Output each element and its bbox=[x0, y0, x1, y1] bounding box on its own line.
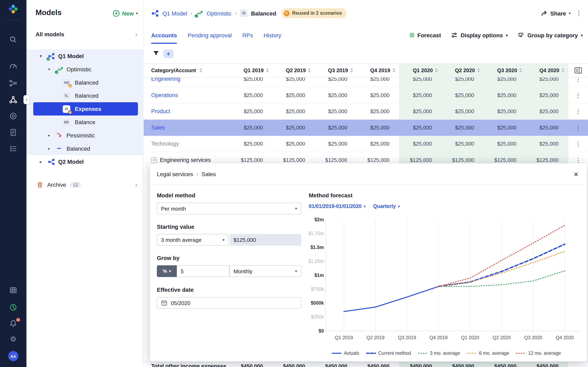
value-cell[interactable]: $25,000 bbox=[315, 87, 357, 103]
value-cell[interactable]: $25,000 bbox=[442, 103, 484, 119]
panel-breadcrumb-parent[interactable]: Legal services bbox=[157, 171, 193, 177]
tree-item-pessimistic[interactable]: ▸ Pessimistic bbox=[26, 129, 143, 142]
value-cell[interactable]: $25,000 bbox=[526, 120, 568, 136]
sort-icon[interactable] bbox=[561, 68, 565, 73]
value-cell[interactable]: $25,000 bbox=[484, 103, 526, 119]
row-menu-icon[interactable]: ⋮ bbox=[575, 156, 581, 164]
group-by-button[interactable]: Group by category ▾ bbox=[518, 32, 583, 38]
breadcrumb-q1-model[interactable]: Q1 Model bbox=[163, 10, 187, 16]
account-name[interactable]: Product bbox=[151, 108, 170, 114]
value-cell[interactable]: $25,000 bbox=[357, 87, 399, 103]
columns-settings-icon[interactable] bbox=[575, 67, 582, 73]
grow-value-input[interactable] bbox=[177, 265, 229, 277]
sort-icon[interactable] bbox=[435, 68, 438, 73]
value-cell[interactable]: $25,000 bbox=[231, 136, 273, 152]
value-cell[interactable]: $25,000 bbox=[442, 136, 484, 152]
value-cell[interactable]: $25,000 bbox=[273, 120, 315, 136]
display-options-button[interactable]: Display options ▾ bbox=[451, 32, 508, 38]
tree-item-expenses-selected[interactable]: IS↻ Expenses bbox=[33, 102, 138, 116]
value-cell[interactable]: $25,000 bbox=[399, 120, 442, 136]
value-cell[interactable]: $25,000 bbox=[357, 120, 399, 136]
tab-rps[interactable]: RPs bbox=[242, 26, 253, 44]
value-cell[interactable]: $25,000 bbox=[442, 77, 484, 87]
reports-list-icon[interactable] bbox=[9, 145, 17, 153]
value-cell[interactable]: $25,000 bbox=[273, 103, 315, 119]
tab-history[interactable]: History bbox=[264, 26, 281, 44]
all-models-item[interactable]: All models › bbox=[26, 28, 143, 40]
row-menu-icon[interactable]: ⋮ bbox=[575, 124, 581, 131]
tree-item-balanced[interactable]: ▸ Balanced bbox=[26, 142, 143, 155]
models-icon[interactable] bbox=[9, 95, 17, 104]
value-cell[interactable]: $25,000 bbox=[315, 136, 357, 152]
settings-gear-icon[interactable]: ⚙ bbox=[10, 336, 17, 343]
sort-icon[interactable] bbox=[477, 68, 480, 73]
model-method-select[interactable]: Per month▾ bbox=[157, 203, 301, 214]
account-name[interactable]: Operations bbox=[151, 92, 178, 98]
value-cell[interactable]: $25,000 bbox=[273, 136, 315, 152]
column-header[interactable]: Q3 2019 bbox=[315, 64, 357, 77]
sort-icon[interactable] bbox=[308, 68, 311, 73]
avatar[interactable]: AA bbox=[8, 351, 18, 361]
column-header[interactable]: Q1 2019 bbox=[231, 64, 273, 77]
row-menu-icon[interactable]: ⋮ bbox=[575, 92, 581, 99]
row-menu-icon[interactable]: ⋮ bbox=[575, 108, 581, 115]
value-cell[interactable]: $25,000 bbox=[357, 136, 399, 152]
expand-icon[interactable]: + bbox=[151, 157, 157, 163]
value-cell[interactable]: $25,000 bbox=[357, 103, 399, 119]
value-cell[interactable]: $25,000 bbox=[231, 87, 273, 103]
row-menu-icon[interactable]: ⋮ bbox=[575, 77, 581, 82]
app-logo-icon[interactable] bbox=[8, 4, 18, 14]
sort-icon[interactable] bbox=[350, 68, 354, 73]
filter-funnel-icon[interactable] bbox=[153, 50, 159, 57]
documents-icon[interactable] bbox=[9, 128, 17, 137]
close-icon[interactable]: ✕ bbox=[573, 171, 579, 178]
sort-icon[interactable] bbox=[519, 68, 522, 73]
sort-icon[interactable] bbox=[199, 68, 203, 73]
breadcrumb-optimistic[interactable]: Optimistic bbox=[207, 10, 232, 16]
value-cell[interactable]: $25,000 bbox=[231, 120, 273, 136]
sidebar-collapse-button[interactable]: ‹ bbox=[24, 95, 30, 104]
category-account-header[interactable]: Category/Account bbox=[151, 67, 196, 73]
integrations-icon[interactable] bbox=[9, 79, 17, 88]
column-header[interactable]: Q1 2020 bbox=[399, 64, 442, 77]
value-cell[interactable]: $25,000 bbox=[399, 77, 442, 87]
chevron-down-icon[interactable]: ▾ bbox=[38, 54, 44, 58]
row-menu-icon[interactable]: ⋮ bbox=[575, 140, 581, 147]
account-name[interactable]: Sales bbox=[151, 125, 165, 131]
account-name[interactable]: Technology bbox=[151, 141, 179, 147]
share-button[interactable]: Share ▾ bbox=[541, 0, 571, 26]
value-cell[interactable]: $25,000 bbox=[484, 136, 526, 152]
legend-item[interactable]: 12 mo. average bbox=[516, 351, 561, 356]
value-cell[interactable]: $25,000 bbox=[357, 77, 399, 87]
archive-item[interactable]: Archive 12 › bbox=[26, 178, 143, 192]
account-name[interactable]: Engineering bbox=[151, 77, 180, 82]
value-cell[interactable]: $25,000 bbox=[399, 87, 442, 103]
notifications-bell-icon[interactable]: 12 bbox=[9, 319, 17, 328]
column-header[interactable]: Q4 2020 bbox=[526, 64, 568, 77]
value-cell[interactable]: $25,000 bbox=[273, 87, 315, 103]
chevron-right-icon[interactable]: ▸ bbox=[46, 133, 52, 137]
tree-item-balance-bs[interactable]: BS Balance bbox=[26, 115, 143, 129]
tree-item-balanced-tl[interactable]: TL Balanced bbox=[26, 89, 143, 102]
column-header[interactable]: Q3 2020 bbox=[484, 64, 526, 77]
value-cell[interactable]: $25,000 bbox=[315, 77, 357, 87]
tree-item-q1-model[interactable]: ▾ ✓ Q1 Model bbox=[26, 49, 143, 63]
column-header[interactable]: Q4 2019 bbox=[357, 64, 399, 77]
value-cell[interactable]: $25,000 bbox=[315, 120, 357, 136]
value-cell[interactable]: $25,000 bbox=[526, 87, 568, 103]
effective-date-input[interactable]: 12 05/2020 bbox=[157, 297, 301, 309]
grow-frequency-select[interactable]: Monthly▾ bbox=[229, 265, 301, 277]
legend-item[interactable]: 3 mo. average bbox=[418, 351, 460, 356]
value-cell[interactable]: $25,000 bbox=[399, 103, 442, 119]
chevron-right-icon[interactable]: ▸ bbox=[38, 160, 44, 164]
insights-icon[interactable] bbox=[9, 303, 17, 312]
value-cell[interactable]: $25,000 bbox=[526, 136, 568, 152]
column-header[interactable]: Q2 2019 bbox=[273, 64, 315, 77]
column-header[interactable]: Q2 2020 bbox=[442, 64, 484, 77]
value-cell[interactable]: $25,000 bbox=[442, 87, 484, 103]
value-cell[interactable]: $25,000 bbox=[231, 103, 273, 119]
value-cell[interactable]: $25,000 bbox=[484, 120, 526, 136]
new-model-button[interactable]: New ▾ bbox=[113, 10, 138, 17]
chevron-right-icon[interactable]: ▸ bbox=[46, 146, 52, 150]
add-filter-button[interactable]: + bbox=[163, 49, 173, 58]
